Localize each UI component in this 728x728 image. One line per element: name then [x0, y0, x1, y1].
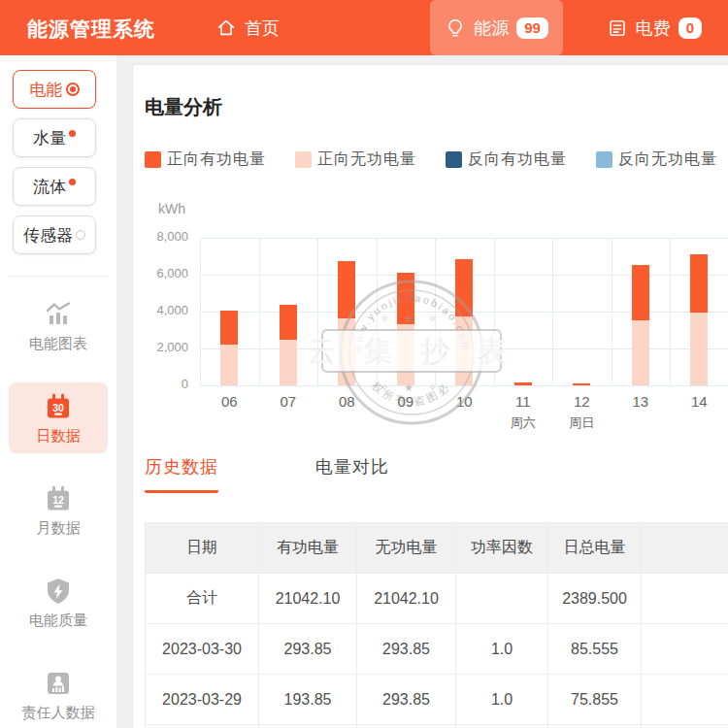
- bar-chart: kWh 02,0004,0006,0008,000 060708091011周六…: [145, 197, 728, 436]
- x-axis-sublabel: 周日: [552, 414, 611, 432]
- legend-item-reverse-reactive[interactable]: 反向无功电量: [596, 149, 717, 170]
- col-header-power-factor: 功率因数: [456, 523, 548, 574]
- x-axis-label: 06: [200, 393, 258, 410]
- x-axis-label: 11: [494, 393, 552, 410]
- bar-segment-正向有功电量[interactable]: [632, 265, 649, 320]
- gridline: [200, 385, 728, 386]
- bar-segment-正向有功电量[interactable]: [280, 305, 297, 340]
- bulb-icon: [445, 17, 466, 39]
- cell-active-energy: 293.85: [259, 725, 357, 728]
- x-axis-label: 07: [259, 393, 317, 410]
- app-title: 能源管理系统: [27, 16, 155, 43]
- bar-segment-正向有功电量[interactable]: [573, 383, 590, 385]
- bar-segment-正向无功电量[interactable]: [397, 324, 414, 385]
- nav-item-energy[interactable]: 能源 99: [430, 0, 563, 55]
- bar-segment-正向有功电量[interactable]: [455, 259, 473, 316]
- nav-bill-label: 电费: [636, 17, 671, 40]
- legend-item-reverse-active[interactable]: 反向有功电量: [446, 149, 567, 170]
- cell-reactive-energy: 293.85: [357, 675, 456, 725]
- nav-home-label: 首页: [245, 17, 280, 40]
- cell-reactive-energy: 293.85: [357, 725, 456, 728]
- menu-item-daily-data[interactable]: 30 日数据: [9, 382, 108, 453]
- cell-date: 2023-03-28: [146, 725, 259, 728]
- calendar-day-number: 30: [52, 402, 64, 414]
- category-button-water[interactable]: 水量: [13, 118, 96, 157]
- bar-segment-正向无功电量[interactable]: [455, 316, 473, 385]
- bar-segment-正向无功电量[interactable]: [632, 320, 649, 385]
- nav-energy-label: 能源: [474, 17, 509, 40]
- category-button-sensor[interactable]: 传感器: [13, 215, 96, 254]
- gridline: [552, 238, 553, 385]
- legend-item-forward-reactive[interactable]: 正向无功电量: [295, 149, 416, 170]
- orange-dot-icon: [69, 179, 76, 185]
- nav-item-home[interactable]: 首页: [202, 0, 293, 55]
- bar-segment-正向有功电量[interactable]: [690, 254, 708, 313]
- bar-segment-正向有功电量[interactable]: [514, 382, 532, 385]
- cell-power-factor: 1.0: [456, 675, 548, 725]
- gridline: [200, 238, 728, 239]
- x-axis-label: 09: [377, 393, 435, 410]
- menu-item-owner-data[interactable]: 责任人数据: [9, 659, 108, 728]
- bill-badge: 0: [678, 17, 702, 39]
- legend-swatch: [446, 151, 462, 168]
- category-water-label: 水量: [33, 127, 66, 149]
- bar-segment-正向有功电量[interactable]: [220, 311, 238, 345]
- legend-label: 反向有功电量: [468, 149, 567, 170]
- category-sensor-label: 传感器: [23, 224, 73, 247]
- gridline: [259, 238, 260, 385]
- legend-swatch: [596, 151, 612, 168]
- shield-bolt-icon: [44, 577, 73, 606]
- y-axis-unit: kWh: [158, 201, 185, 216]
- bar-segment-正向有功电量[interactable]: [338, 261, 355, 318]
- legend-label: 正向有功电量: [167, 149, 266, 170]
- menu-label: 电能质量: [29, 612, 87, 630]
- cell-power-factor: 1.0: [456, 725, 548, 728]
- history-data-table: 日期 有功电量 无功电量 功率因数 日总电量 合计 21042.10 21042…: [145, 522, 728, 728]
- tab-energy-comparison[interactable]: 电量对比: [315, 455, 389, 493]
- cell-date: 合计: [146, 574, 259, 624]
- cell-active-energy: 293.85: [259, 624, 357, 675]
- nav-item-bill[interactable]: 电费 0: [580, 0, 728, 55]
- legend-item-forward-active[interactable]: 正向有功电量: [145, 149, 266, 170]
- sidebar: 电能 水量 流体 传感器 电能图表 30: [0, 55, 117, 728]
- cell-date: 2023-03-30: [146, 624, 259, 675]
- col-header-reactive-energy: 无功电量: [357, 523, 456, 574]
- table-row: 2023-03-29 193.85 293.85 1.0 75.855: [146, 675, 728, 725]
- category-button-fluid[interactable]: 流体: [13, 167, 96, 206]
- table-row: 2023-03-30 293.85 293.85 1.0 85.555: [146, 624, 728, 675]
- category-button-electricity[interactable]: 电能: [13, 70, 96, 109]
- legend-label: 正向无功电量: [317, 149, 416, 170]
- bar-segment-正向无功电量[interactable]: [338, 318, 355, 385]
- bar-segment-正向无功电量[interactable]: [690, 313, 708, 385]
- menu-item-power-quality[interactable]: 电能质量: [9, 567, 108, 638]
- gridline: [494, 238, 495, 385]
- cell-extra: [642, 574, 728, 624]
- home-icon: [215, 17, 237, 39]
- menu-label: 日数据: [37, 427, 81, 446]
- cell-active-energy: 21042.10: [259, 574, 357, 624]
- category-electricity-label: 电能: [30, 79, 63, 101]
- tab-history-data[interactable]: 历史数据: [145, 455, 218, 493]
- menu-item-monthly-data[interactable]: 12 月数据: [9, 475, 108, 546]
- table-header-row: 日期 有功电量 无功电量 功率因数 日总电量: [146, 523, 728, 574]
- bar-segment-正向无功电量[interactable]: [280, 340, 297, 385]
- bar-segment-正向有功电量[interactable]: [397, 273, 414, 324]
- gridline: [612, 238, 612, 385]
- menu-label: 责任人数据: [22, 704, 95, 722]
- y-axis-label: 8,000: [145, 229, 188, 244]
- cell-daily-total: 75.855: [548, 675, 642, 725]
- legend-swatch: [295, 151, 312, 168]
- cell-date: 2023-03-29: [146, 675, 259, 725]
- content-card: 电量分析 正向有功电量 正向无功电量 反向有功电量 反向无功电量 kWh 02,…: [132, 64, 728, 728]
- y-axis-label: 2,000: [145, 340, 188, 354]
- data-tabs: 历史数据 电量对比: [145, 455, 728, 493]
- radio-selected-icon: [66, 83, 80, 96]
- bill-icon: [607, 17, 628, 39]
- bar-segment-正向无功电量[interactable]: [220, 345, 238, 385]
- table-row: 2023-03-28 293.85 293.85 1.0 85.555: [146, 725, 728, 728]
- cell-daily-total: 85.555: [548, 725, 642, 728]
- menu-item-energy-charts[interactable]: 电能图表: [9, 290, 108, 361]
- legend-label: 反向无功电量: [618, 149, 717, 170]
- gridline: [377, 238, 378, 385]
- gridline: [200, 238, 201, 385]
